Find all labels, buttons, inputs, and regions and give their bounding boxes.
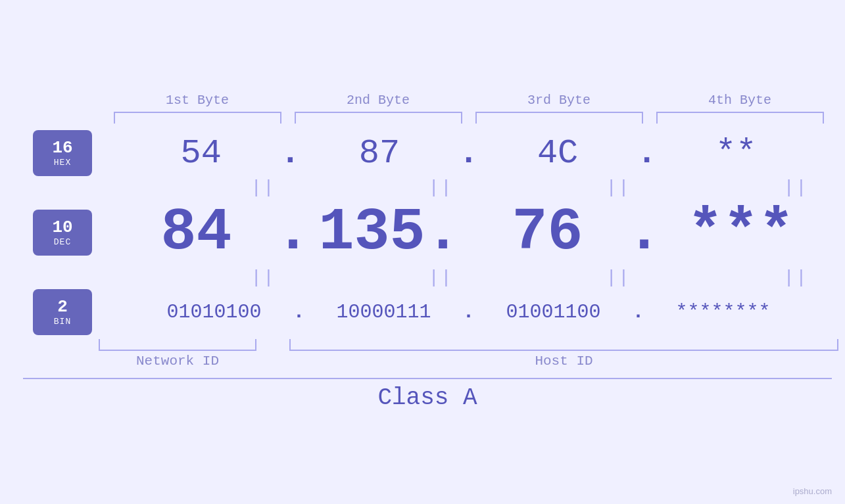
eq1-2: ||	[362, 177, 519, 198]
byte-header-2: 2nd Byte	[288, 93, 469, 112]
bin-values-row: 01010100 . 10000111 . 01001100 . *******…	[92, 301, 845, 323]
hex-val-4: **	[657, 134, 815, 173]
dec-val-1: 84	[117, 199, 275, 266]
bottom-bracket-container	[0, 339, 845, 351]
bottom-bracket-host	[289, 339, 838, 351]
bin-row: 2 BIN 01010100 . 10000111 . 01001100 . *…	[0, 289, 845, 335]
bin-val-3: 01001100	[475, 301, 633, 323]
bin-val-1: 01010100	[135, 301, 293, 323]
hex-label-box: 16 HEX	[33, 130, 92, 176]
eq1-3: ||	[539, 177, 697, 198]
host-id-label: Host ID	[283, 354, 845, 369]
equals-symbols-1: || || || ||	[184, 177, 845, 198]
bin-label-box: 2 BIN	[33, 289, 92, 335]
bin-dot-1: .	[293, 301, 304, 323]
network-id-label: Network ID	[92, 354, 263, 369]
hex-values-row: 54 . 87 . 4C . **	[92, 134, 845, 173]
bin-val-2: 10000111	[304, 301, 462, 323]
id-labels-row: Network ID Host ID	[0, 354, 845, 369]
bin-dot-3: .	[633, 301, 644, 323]
top-bracket-3	[475, 112, 643, 124]
bin-dot-2: .	[462, 301, 474, 323]
hex-base-name: HEX	[54, 158, 71, 168]
hex-dot-2: .	[458, 134, 479, 173]
byte-header-1: 1st Byte	[107, 93, 288, 112]
byte-header-3: 3rd Byte	[469, 93, 650, 112]
hex-dot-1: .	[280, 134, 301, 173]
dec-base-name: DEC	[54, 237, 71, 247]
hex-base-number: 16	[52, 139, 72, 158]
bottom-bracket-network	[99, 339, 256, 351]
dec-val-3: 76	[469, 199, 627, 266]
dec-base-number: 10	[52, 218, 72, 237]
dec-val-4: ***	[662, 199, 820, 266]
bin-val-4: ********	[644, 301, 802, 323]
dec-dot-3: .	[627, 199, 662, 266]
main-container: 1st Byte 2nd Byte 3rd Byte 4th Byte 16 H…	[0, 0, 845, 504]
dec-label-box: 10 DEC	[33, 210, 92, 256]
top-bracket-1	[114, 112, 281, 124]
eq2-2: ||	[362, 267, 519, 288]
top-bracket-row	[107, 112, 831, 124]
eq2-4: ||	[717, 267, 845, 288]
byte-header-4: 4th Byte	[650, 93, 831, 112]
top-bracket-4	[656, 112, 824, 124]
hex-row: 16 HEX 54 . 87 . 4C . **	[0, 130, 845, 176]
hex-val-3: 4C	[479, 134, 637, 173]
hex-val-2: 87	[301, 134, 458, 173]
id-labels: Network ID Host ID	[92, 354, 845, 369]
eq2-1: ||	[184, 267, 342, 288]
equals-row-1: || || || ||	[0, 176, 845, 199]
bin-base-number: 2	[57, 298, 68, 317]
dec-values-row: 84 . 135. 76 . ***	[92, 199, 845, 266]
eq1-4: ||	[717, 177, 845, 198]
bin-base-name: BIN	[54, 317, 71, 327]
eq1-1: ||	[184, 177, 342, 198]
watermark: ipshu.com	[793, 486, 832, 496]
class-label: Class A	[23, 379, 832, 411]
dec-row: 10 DEC 84 . 135. 76 . ***	[0, 199, 845, 266]
bottom-brackets	[92, 339, 845, 351]
top-bracket-2	[295, 112, 462, 124]
hex-val-1: 54	[122, 134, 280, 173]
byte-headers: 1st Byte 2nd Byte 3rd Byte 4th Byte	[107, 93, 831, 112]
hex-dot-3: .	[637, 134, 657, 173]
equals-symbols-2: || || || ||	[184, 267, 845, 288]
eq2-3: ||	[539, 267, 697, 288]
equals-row-2: || || || ||	[0, 266, 845, 289]
dec-dot-1: .	[275, 199, 310, 266]
dec-val-2: 135.	[311, 199, 469, 266]
class-section: Class A	[23, 378, 832, 411]
